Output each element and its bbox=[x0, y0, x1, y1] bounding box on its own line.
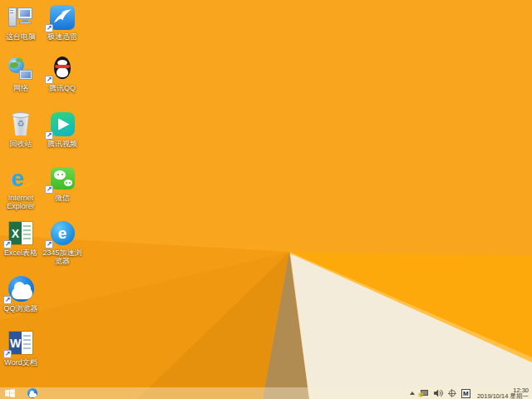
show-hidden-icons-chevron[interactable] bbox=[410, 392, 415, 395]
play-button-icon: ↗ bbox=[42, 111, 82, 138]
desktop-icon-label: 极速迅雷 bbox=[42, 32, 82, 41]
ime-indicator[interactable]: M bbox=[461, 389, 470, 398]
shortcut-arrow-icon: ↗ bbox=[3, 350, 12, 358]
start-button[interactable] bbox=[0, 387, 20, 399]
system-tray: ✲ M 12:30 2019/10/14 星期一 bbox=[410, 387, 532, 399]
clock-date: 2019/10/14 星期一 bbox=[477, 393, 529, 399]
shortcut-arrow-icon: ↗ bbox=[3, 240, 12, 249]
network-globe-icon bbox=[1, 55, 41, 82]
network-status-icon[interactable]: ✲ bbox=[420, 390, 429, 397]
qq-penguin-icon: ↗ bbox=[42, 55, 82, 82]
crosshair-utility-icon[interactable] bbox=[448, 389, 456, 397]
desktop-icon-qq-browser[interactable]: ↗ QQ浏览器 bbox=[1, 275, 41, 313]
desktop-icon-label: 腾讯视频 bbox=[42, 140, 82, 148]
desktop: 这台电脑 ↗ 极速迅雷 网络 ↗ 腾讯QQ ♻ 回收站 ↗ bbox=[0, 0, 532, 399]
desktop-icon-label: Excel表格 bbox=[1, 249, 41, 257]
shortcut-arrow-icon: ↗ bbox=[45, 240, 53, 249]
desktop-icon-network[interactable]: 网络 bbox=[1, 55, 41, 92]
word-icon: W ↗ bbox=[1, 329, 41, 357]
desktop-icon-label: Internet Explorer bbox=[1, 194, 41, 210]
recycle-bin-icon: ♻ bbox=[1, 111, 41, 138]
desktop-icon-tencent-qq[interactable]: ↗ 腾讯QQ bbox=[42, 55, 82, 92]
xunlei-bird-icon: ↗ bbox=[42, 3, 82, 31]
network-warning-icon: ✲ bbox=[418, 392, 424, 399]
shortcut-arrow-icon: ↗ bbox=[45, 185, 53, 194]
qq-browser-cloud-icon: ↗ bbox=[1, 275, 41, 303]
2345-browser-icon: e ↗ bbox=[42, 219, 82, 247]
this-pc-icon bbox=[1, 3, 41, 31]
taskbar-qq-browser-button[interactable] bbox=[27, 388, 37, 398]
wechat-bubbles-icon: ↗ bbox=[42, 165, 82, 192]
taskbar-clock[interactable]: 12:30 2019/10/14 星期一 bbox=[475, 387, 529, 399]
desktop-icon-wechat[interactable]: ↗ 微信 bbox=[42, 165, 82, 202]
shortcut-arrow-icon: ↗ bbox=[45, 76, 53, 84]
taskbar: ✲ M 12:30 2019/10/14 星期一 bbox=[0, 387, 532, 399]
desktop-icon-label: 网络 bbox=[1, 84, 41, 92]
desktop-icon-label: 2345加速浏览器 bbox=[42, 249, 82, 265]
shortcut-arrow-icon: ↗ bbox=[45, 24, 53, 32]
desktop-icon-label: 回收站 bbox=[1, 140, 41, 148]
desktop-icon-2345-browser[interactable]: e ↗ 2345加速浏览器 bbox=[42, 219, 82, 265]
desktop-icon-xunlei[interactable]: ↗ 极速迅雷 bbox=[42, 3, 82, 41]
desktop-icon-excel[interactable]: X ↗ Excel表格 bbox=[1, 219, 41, 257]
excel-icon: X ↗ bbox=[1, 219, 41, 247]
desktop-icon-word[interactable]: W ↗ Word文档 bbox=[1, 329, 41, 367]
desktop-icon-label: Word文档 bbox=[1, 358, 41, 367]
desktop-icon-label: QQ浏览器 bbox=[1, 304, 41, 313]
desktop-icon-label: 这台电脑 bbox=[1, 32, 41, 41]
desktop-icon-recycle-bin[interactable]: ♻ 回收站 bbox=[1, 111, 41, 148]
desktop-icon-label: 微信 bbox=[42, 194, 82, 202]
desktop-icon-this-pc[interactable]: 这台电脑 bbox=[1, 3, 41, 41]
volume-icon[interactable] bbox=[434, 389, 443, 397]
desktop-icon-tencent-video[interactable]: ↗ 腾讯视频 bbox=[42, 111, 82, 148]
desktop-icon-internet-explorer[interactable]: e Internet Explorer bbox=[1, 165, 41, 210]
cloud-icon bbox=[29, 393, 37, 397]
shortcut-arrow-icon: ↗ bbox=[3, 296, 12, 304]
ie-icon: e bbox=[1, 165, 41, 192]
desktop-icon-label: 腾讯QQ bbox=[42, 84, 82, 92]
shortcut-arrow-icon: ↗ bbox=[45, 131, 53, 140]
windows-logo-icon bbox=[5, 389, 15, 397]
